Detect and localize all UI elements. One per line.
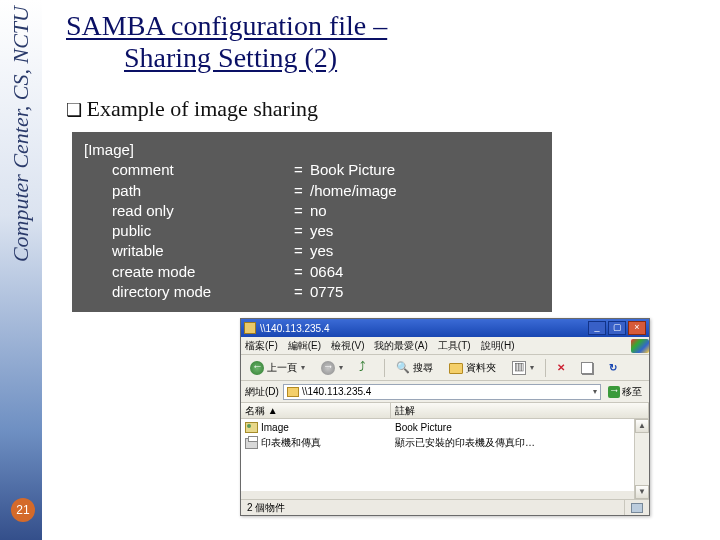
up-icon [359, 361, 373, 375]
maximize-button[interactable]: ▢ [608, 321, 626, 335]
delete-icon: ✕ [557, 362, 565, 373]
menu-file[interactable]: 檔案(F) [245, 339, 278, 353]
address-label: 網址(D) [245, 385, 279, 399]
config-val: Book Picture [310, 160, 395, 180]
menu-bar: 檔案(F) 編輯(E) 檢視(V) 我的最愛(A) 工具(T) 說明(H) [241, 337, 649, 355]
chevron-down-icon[interactable]: ▾ [593, 387, 597, 396]
config-key: path [84, 181, 294, 201]
go-icon [608, 386, 620, 398]
address-bar: 網址(D) \\140.113.235.4 ▾ 移至 [241, 381, 649, 403]
go-button[interactable]: 移至 [605, 384, 645, 400]
menu-favorites[interactable]: 我的最愛(A) [374, 339, 427, 353]
content: SAMBA configuration file – Sharing Setti… [66, 10, 706, 312]
vertical-scrollbar[interactable]: ▲ ▼ [634, 419, 649, 499]
title-line-2: Sharing Setting (2) [66, 42, 706, 74]
config-val: /home/image [310, 181, 397, 201]
column-name[interactable]: 名稱 ▲ [241, 403, 391, 418]
share-folder-icon [245, 422, 258, 433]
config-key: writable [84, 241, 294, 261]
config-val: no [310, 201, 327, 221]
config-val: yes [310, 221, 333, 241]
config-val: 0664 [310, 262, 343, 282]
undo-icon: ↻ [609, 362, 617, 373]
chevron-down-icon: ▾ [339, 363, 343, 372]
slide-title: SAMBA configuration file – Sharing Setti… [66, 10, 706, 74]
menu-help[interactable]: 說明(H) [481, 339, 515, 353]
window-title: \\140.113.235.4 [260, 323, 586, 334]
forward-icon [321, 361, 335, 375]
list-item[interactable]: 印表機和傳真 顯示已安裝的印表機及傳真印… [241, 435, 649, 451]
close-button[interactable]: × [628, 321, 646, 335]
folder-icon [449, 363, 463, 374]
config-val: yes [310, 241, 333, 261]
scroll-up-button[interactable]: ▲ [635, 419, 649, 433]
minimize-button[interactable]: _ [588, 321, 606, 335]
delete-button[interactable]: ✕ [552, 359, 570, 376]
window-icon [244, 322, 256, 334]
menu-edit[interactable]: 編輯(E) [288, 339, 321, 353]
menu-view[interactable]: 檢視(V) [331, 339, 364, 353]
menu-tools[interactable]: 工具(T) [438, 339, 471, 353]
address-value: \\140.113.235.4 [302, 386, 372, 397]
chevron-down-icon: ▾ [301, 363, 305, 372]
config-val: 0775 [310, 282, 343, 302]
config-header: [Image] [84, 140, 134, 160]
config-code-block: [Image] comment=Book Picture path=/home/… [72, 132, 552, 312]
network-icon [631, 503, 643, 513]
folder-icon [287, 387, 299, 397]
back-icon [250, 361, 264, 375]
printer-icon [245, 438, 258, 449]
list-body: Image Book Picture 印表機和傳真 顯示已安裝的印表機及傳真印… [241, 419, 649, 491]
window-titlebar[interactable]: \\140.113.235.4 _ ▢ × [241, 319, 649, 337]
slide: Computer Center, CS, NCTU 21 SAMBA confi… [0, 0, 720, 540]
column-desc[interactable]: 註解 [391, 403, 649, 418]
windows-flag-icon [631, 339, 649, 353]
status-count: 2 個物件 [241, 500, 625, 515]
config-key: public [84, 221, 294, 241]
explorer-window: \\140.113.235.4 _ ▢ × 檔案(F) 編輯(E) 檢視(V) … [240, 318, 650, 516]
status-zone [625, 500, 649, 515]
search-button[interactable]: 搜尋 [391, 358, 438, 378]
config-key: directory mode [84, 282, 294, 302]
title-line-1: SAMBA configuration file – [66, 10, 706, 42]
status-bar: 2 個物件 [241, 499, 649, 515]
search-icon [396, 361, 410, 375]
scroll-down-button[interactable]: ▼ [635, 485, 649, 499]
config-key: create mode [84, 262, 294, 282]
list-item[interactable]: Image Book Picture [241, 419, 649, 435]
bullet-text: Example of image sharing [66, 96, 706, 122]
list-header: 名稱 ▲ 註解 [241, 403, 649, 419]
page-number-badge: 21 [11, 498, 35, 522]
undo-button[interactable]: ↻ [604, 359, 622, 376]
views-icon [512, 361, 526, 375]
back-button[interactable]: 上一頁 ▾ [245, 358, 310, 378]
config-key: comment [84, 160, 294, 180]
sidebar-label: Computer Center, CS, NCTU [8, 6, 34, 262]
up-button[interactable] [354, 358, 378, 378]
chevron-down-icon: ▾ [530, 363, 534, 372]
address-input[interactable]: \\140.113.235.4 ▾ [283, 384, 601, 400]
toolbar: 上一頁 ▾ ▾ 搜尋 資料夾 ▾ ✕ ↻ [241, 355, 649, 381]
forward-button[interactable]: ▾ [316, 358, 348, 378]
copy-icon [581, 362, 593, 374]
views-button[interactable]: ▾ [507, 358, 539, 378]
sidebar: Computer Center, CS, NCTU 21 [0, 0, 42, 540]
copy-button[interactable] [576, 359, 598, 377]
config-key: read only [84, 201, 294, 221]
folders-button[interactable]: 資料夾 [444, 358, 501, 378]
